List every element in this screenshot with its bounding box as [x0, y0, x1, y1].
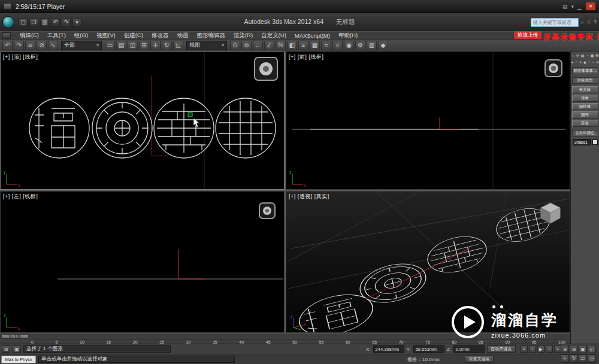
fu-medallion[interactable] [295, 288, 377, 332]
helpers-icon[interactable]: ⌖ [588, 59, 591, 65]
object-type-button[interactable]: 圆环 [572, 111, 598, 119]
menu-item[interactable]: 自定义(U) [257, 32, 291, 39]
viewcube[interactable] [537, 200, 564, 226]
undo-icon[interactable]: ↶ [51, 18, 60, 27]
select-object-icon[interactable]: ▭ [105, 41, 115, 50]
viewport-front[interactable]: [+] [前] [线框] xz [286, 51, 570, 190]
object-type-button[interactable]: 茶壶 [572, 120, 598, 127]
round-shou-medallion[interactable] [356, 257, 429, 308]
object-color-swatch[interactable] [592, 139, 598, 145]
menu-item[interactable]: 编辑(E) [16, 32, 43, 39]
set-key-button[interactable]: 设置关键点 [465, 356, 494, 363]
player-minimize-icon[interactable]: ▁ [577, 4, 582, 10]
search-icon[interactable]: ⌕ [581, 19, 584, 26]
x-coordinate-field[interactable]: 244.398mm [373, 345, 404, 353]
viewport-label[interactable]: [+] [透视] [真实] [289, 193, 329, 201]
material-editor-icon[interactable]: ◉ [344, 41, 354, 50]
geometry-icon[interactable]: ● [571, 59, 574, 65]
rollout-object-type[interactable]: 对象类型 [572, 77, 598, 84]
object-type-button[interactable]: 圆柱体 [572, 103, 598, 110]
object-type-button[interactable]: 球体 [572, 95, 598, 102]
menu-item[interactable]: 组(G) [70, 32, 92, 39]
shapes-icon[interactable]: ◠ [575, 59, 578, 65]
pan-icon[interactable]: ⊹ [561, 354, 569, 363]
project-menu-icon[interactable]: ▾ [72, 18, 81, 27]
display-tab-icon[interactable]: ▦ [591, 53, 594, 58]
menu-item[interactable]: 视图(V) [92, 32, 120, 39]
3dsmax-logo-icon[interactable] [2, 16, 14, 28]
use-pivot-center-icon[interactable]: ⊙ [230, 41, 240, 50]
menu-item[interactable]: 渲染(R) [229, 32, 257, 39]
viewport-perspective[interactable]: [+] [透视] [真实] [286, 191, 570, 333]
menu-item[interactable]: 图形编辑器 [192, 32, 229, 39]
viewport-label[interactable]: [+] [左] [线框] [3, 193, 38, 201]
lights-icon[interactable]: ☀ [579, 59, 582, 65]
viewcube[interactable] [254, 57, 278, 81]
window-crossing-icon[interactable]: ⊞ [139, 41, 149, 50]
y-coordinate-field[interactable]: 58.653mm [413, 345, 444, 353]
object-category-dropdown[interactable]: 标准基本体▾ [572, 67, 598, 74]
new-scene-icon[interactable]: ▢ [19, 18, 28, 27]
rendered-frame-icon[interactable]: ▥ [367, 41, 377, 50]
redo-icon[interactable]: ↷ [62, 18, 71, 27]
save-file-icon[interactable]: ▥ [40, 18, 49, 27]
systems-icon[interactable]: ⚙ [596, 59, 599, 65]
viewport-left[interactable]: [+] [左] [线框] yz [0, 191, 285, 333]
absolute-mode-icon[interactable]: ▣ [13, 345, 21, 353]
zoom-extents-all-icon[interactable]: ◱ [588, 345, 596, 353]
select-and-link-icon[interactable]: ∞ [25, 41, 35, 50]
select-and-rotate-icon[interactable]: ↻ [162, 41, 172, 50]
selection-lock-icon[interactable]: ⊠ [2, 345, 10, 353]
z-coordinate-field[interactable]: 0.0mm [453, 345, 485, 353]
help-icon[interactable]: ? [594, 19, 597, 25]
motion-tab-icon[interactable]: ◔ [586, 53, 589, 58]
menu-item[interactable]: 帮助(H) [334, 32, 362, 39]
go-to-end-icon[interactable]: » [554, 345, 561, 353]
physx-tab[interactable]: Max to Physx [1, 356, 36, 363]
menu-item[interactable]: MAXScript(M) [291, 32, 334, 39]
orbit-icon[interactable]: ↻ [570, 354, 578, 363]
upload-button[interactable]: 抢流上传 [514, 31, 541, 39]
snap-toggle-icon[interactable]: ∴ [253, 41, 263, 50]
object-type-button[interactable]: 长方体 [572, 86, 598, 93]
redo-icon[interactable]: ↷ [14, 41, 24, 50]
menu-item[interactable]: 创建(C) [120, 32, 147, 39]
angle-snap-icon[interactable]: ∠ [264, 41, 274, 50]
select-and-move-icon[interactable]: ✛ [150, 41, 161, 50]
selection-filter-dropdown[interactable]: 全部▾ [61, 41, 102, 50]
player-menu-icon[interactable]: ▤ [562, 4, 568, 10]
fu-medallion[interactable] [29, 98, 89, 158]
hierarchy-tab-icon[interactable]: ▤ [581, 53, 585, 58]
select-and-manipulate-icon[interactable]: ⊚ [241, 41, 252, 50]
menu-item[interactable]: 工具(T) [43, 32, 70, 39]
rollout-name-color[interactable]: 名称和颜色 [572, 130, 598, 136]
search-input[interactable] [531, 18, 579, 27]
select-by-name-icon[interactable]: ▤ [116, 41, 126, 50]
open-file-icon[interactable]: ❐ [29, 18, 38, 27]
zoom-icon[interactable]: ⊕ [561, 345, 569, 353]
unlink-selection-icon[interactable]: ⊘ [37, 41, 47, 50]
zoom-extents-icon[interactable]: ▣ [579, 345, 587, 353]
favorites-icon[interactable]: ☆ [586, 19, 591, 25]
mirror-icon[interactable]: ◧ [287, 41, 297, 50]
menu-item[interactable]: 修改器 [147, 32, 173, 39]
render-production-icon[interactable]: ◆ [378, 41, 388, 50]
previous-frame-icon[interactable]: ‹ [529, 345, 536, 353]
viewport-label[interactable]: [+] [顶] [线框] [3, 53, 38, 61]
undo-icon[interactable]: ↶ [2, 41, 13, 50]
round-shou-medallion[interactable] [92, 98, 152, 158]
next-frame-icon[interactable]: › [546, 345, 553, 353]
time-slider[interactable]: 0 / 100 [1, 334, 29, 339]
align-icon[interactable]: ≡ [298, 41, 308, 50]
bind-to-space-warp-icon[interactable]: ∿ [48, 41, 58, 50]
go-to-start-icon[interactable]: « [521, 345, 528, 353]
banded-shou-medallion[interactable] [154, 98, 214, 158]
auto-key-button[interactable]: 自动关键点 [487, 345, 516, 353]
space-warps-icon[interactable]: ≈ [592, 59, 595, 65]
player-settings-icon[interactable]: ▾ [571, 4, 574, 10]
fov-icon[interactable]: ▭ [579, 354, 587, 363]
render-setup-icon[interactable]: ⚙ [355, 41, 365, 50]
rectangular-region-icon[interactable]: ◫ [128, 41, 138, 50]
player-close-button[interactable]: ✕ [586, 2, 595, 10]
maximize-viewport-icon[interactable]: ◲ [588, 354, 596, 363]
